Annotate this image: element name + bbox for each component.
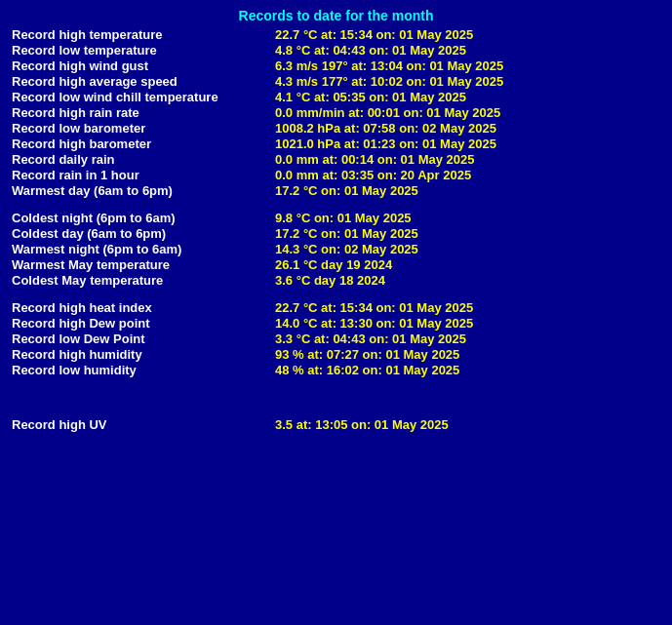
- record-label: Coldest night (6pm to 6am): [12, 211, 275, 225]
- record-value: 0.0 mm at: 03:35 on: 20 Apr 2025: [275, 168, 471, 182]
- record-label: Record high temperature: [12, 27, 275, 42]
- table-row: Record high humidity93 % at: 07:27 on: 0…: [12, 347, 660, 362]
- record-label: Record high barometer: [12, 137, 275, 151]
- record-label: Record high average speed: [12, 74, 275, 89]
- record-label: Record high UV: [12, 417, 275, 432]
- record-label: Record low humidity: [12, 363, 275, 377]
- table-row: Record daily rain0.0 mm at: 00:14 on: 01…: [12, 152, 660, 167]
- table-row: Record high Dew point14.0 °C at: 13:30 o…: [12, 316, 660, 331]
- table-row: Record high heat index22.7 °C at: 15:34 …: [12, 300, 660, 315]
- table-row: Coldest May temperature3.6 °C day 18 202…: [12, 273, 660, 288]
- table-row: Record low temperature4.8 °C at: 04:43 o…: [12, 43, 660, 58]
- table-row: Warmest night (6pm to 6am)14.3 °C on: 02…: [12, 242, 660, 256]
- table-row: Record high UV3.5 at: 13:05 on: 01 May 2…: [12, 417, 660, 432]
- record-value: 1008.2 hPa at: 07:58 on: 02 May 2025: [275, 121, 496, 136]
- records-section-1: Record high temperature22.7 °C at: 15:34…: [12, 27, 660, 198]
- record-label: Warmest night (6pm to 6am): [12, 242, 275, 256]
- records-section-2: Coldest night (6pm to 6am)9.8 °C on: 01 …: [12, 211, 660, 288]
- record-label: Record high Dew point: [12, 316, 275, 331]
- table-row: Record low barometer1008.2 hPa at: 07:58…: [12, 121, 660, 136]
- record-value: 14.0 °C at: 13:30 on: 01 May 2025: [275, 316, 473, 331]
- record-value: 17.2 °C on: 01 May 2025: [275, 183, 418, 198]
- record-value: 3.3 °C at: 04:43 on: 01 May 2025: [275, 332, 466, 346]
- record-label: Coldest May temperature: [12, 273, 275, 288]
- table-row: Coldest day (6am to 6pm)17.2 °C on: 01 M…: [12, 226, 660, 241]
- record-value: 9.8 °C on: 01 May 2025: [275, 211, 412, 225]
- table-row: Coldest night (6pm to 6am)9.8 °C on: 01 …: [12, 211, 660, 225]
- record-label: Record high wind gust: [12, 59, 275, 73]
- record-label: Record high heat index: [12, 300, 275, 315]
- records-section-4: Record high UV3.5 at: 13:05 on: 01 May 2…: [12, 417, 660, 432]
- table-row: Record low humidity48 % at: 16:02 on: 01…: [12, 363, 660, 377]
- table-row: Record high average speed4.3 m/s 177° at…: [12, 74, 660, 89]
- table-row: Record high wind gust6.3 m/s 197° at: 13…: [12, 59, 660, 73]
- record-label: Coldest day (6am to 6pm): [12, 226, 275, 241]
- record-value: 22.7 °C at: 15:34 on: 01 May 2025: [275, 300, 473, 315]
- record-label: Record low wind chill temperature: [12, 90, 275, 104]
- page-title: Records to date for the month: [12, 8, 660, 23]
- table-row: Record high barometer1021.0 hPa at: 01:2…: [12, 137, 660, 151]
- record-label: Record daily rain: [12, 152, 275, 167]
- record-value: 3.6 °C day 18 2024: [275, 273, 385, 288]
- record-value: 1021.0 hPa at: 01:23 on: 01 May 2025: [275, 137, 496, 151]
- record-value: 22.7 °C at: 15:34 on: 01 May 2025: [275, 27, 473, 42]
- record-value: 4.1 °C at: 05:35 on: 01 May 2025: [275, 90, 466, 104]
- record-value: 3.5 at: 13:05 on: 01 May 2025: [275, 417, 449, 432]
- record-label: Record low temperature: [12, 43, 275, 58]
- table-row: Record low wind chill temperature4.1 °C …: [12, 90, 660, 104]
- record-value: 26.1 °C day 19 2024: [275, 257, 392, 272]
- table-row: Warmest day (6am to 6pm)17.2 °C on: 01 M…: [12, 183, 660, 198]
- record-value: 48 % at: 16:02 on: 01 May 2025: [275, 363, 459, 377]
- record-value: 0.0 mm/min at: 00:01 on: 01 May 2025: [275, 105, 500, 120]
- record-label: Record high humidity: [12, 347, 275, 362]
- record-value: 14.3 °C on: 02 May 2025: [275, 242, 418, 256]
- table-row: Record rain in 1 hour0.0 mm at: 03:35 on…: [12, 168, 660, 182]
- record-value: 93 % at: 07:27 on: 01 May 2025: [275, 347, 459, 362]
- record-value: 4.8 °C at: 04:43 on: 01 May 2025: [275, 43, 466, 58]
- table-row: Record high temperature22.7 °C at: 15:34…: [12, 27, 660, 42]
- records-section-3: Record high heat index22.7 °C at: 15:34 …: [12, 300, 660, 377]
- record-value: 6.3 m/s 197° at: 13:04 on: 01 May 2025: [275, 59, 503, 73]
- record-label: Warmest May temperature: [12, 257, 275, 272]
- record-label: Record high rain rate: [12, 105, 275, 120]
- table-row: Record low Dew Point3.3 °C at: 04:43 on:…: [12, 332, 660, 346]
- record-label: Record low barometer: [12, 121, 275, 136]
- record-label: Warmest day (6am to 6pm): [12, 183, 275, 198]
- record-value: 0.0 mm at: 00:14 on: 01 May 2025: [275, 152, 475, 167]
- record-value: 17.2 °C on: 01 May 2025: [275, 226, 418, 241]
- table-row: Record high rain rate0.0 mm/min at: 00:0…: [12, 105, 660, 120]
- record-value: 4.3 m/s 177° at: 10:02 on: 01 May 2025: [275, 74, 503, 89]
- record-label: Record low Dew Point: [12, 332, 275, 346]
- record-label: Record rain in 1 hour: [12, 168, 275, 182]
- table-row: Warmest May temperature26.1 °C day 19 20…: [12, 257, 660, 272]
